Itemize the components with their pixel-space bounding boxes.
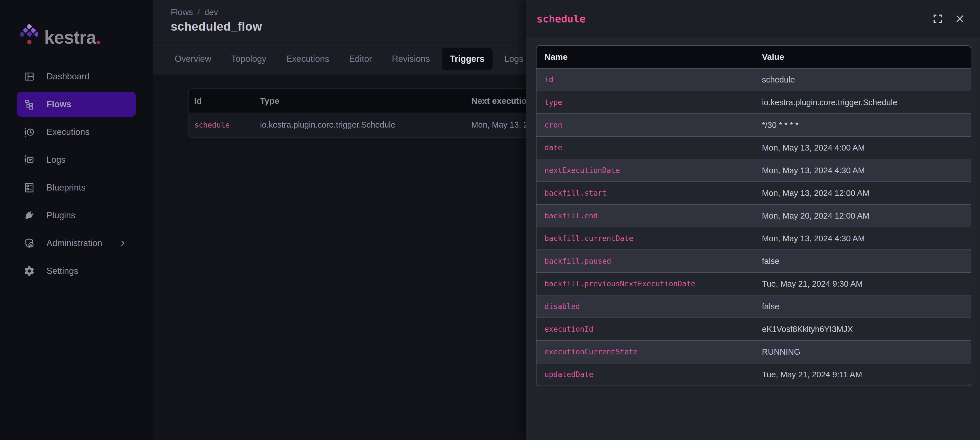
- drawer-table-row: cron*/30 * * * *: [536, 113, 970, 136]
- drawer: schedule Name Value idscheduletypeio.kes…: [526, 0, 980, 440]
- sidebar-item-label: Settings: [46, 266, 78, 276]
- drawer-title: schedule: [536, 13, 585, 25]
- property-value: false: [756, 302, 970, 311]
- property-value: Mon, May 13, 2024 12:00 AM: [756, 189, 970, 198]
- sidebar-nav: DashboardFlowsExecutionsLogsBlueprintsPl…: [0, 64, 153, 283]
- sidebar-item-flows[interactable]: Flows: [17, 92, 136, 117]
- trigger-type-cell: io.kestra.plugin.core.trigger.Schedule: [255, 120, 466, 130]
- sidebar-item-blueprints[interactable]: Blueprints: [17, 175, 136, 200]
- chevron-right-icon: [118, 238, 127, 248]
- drawer-table-row: backfill.pausedfalse: [536, 249, 970, 272]
- drawer-table-header: Name Value: [536, 46, 970, 68]
- drawer-table-row: disabledfalse: [536, 295, 970, 318]
- property-name: backfill.start: [536, 189, 756, 197]
- sidebar-item-logs[interactable]: Logs: [17, 148, 136, 172]
- property-name: backfill.currentDate: [536, 234, 756, 243]
- sidebar-item-label: Executions: [46, 127, 90, 137]
- property-name: id: [536, 75, 756, 84]
- property-value: */30 * * * *: [756, 121, 970, 130]
- property-value: Tue, May 21, 2024 9:30 AM: [756, 279, 970, 289]
- property-name: backfill.paused: [536, 257, 756, 265]
- executions-icon: [23, 126, 35, 138]
- property-value: RUNNING: [756, 347, 970, 357]
- drawer-table: Name Value idscheduletypeio.kestra.plugi…: [536, 45, 971, 386]
- drawer-header: schedule: [526, 0, 980, 37]
- property-value: Tue, May 21, 2024 9:11 AM: [756, 370, 970, 379]
- tab-executions[interactable]: Executions: [278, 48, 337, 70]
- property-value: Mon, May 13, 2024 4:30 AM: [756, 166, 970, 175]
- sidebar-item-administration[interactable]: Administration: [17, 231, 136, 256]
- property-name: type: [536, 98, 756, 106]
- kestra-logo[interactable]: kestra.: [0, 0, 153, 46]
- sidebar-item-label: Plugins: [46, 210, 75, 221]
- drawer-table-row: backfill.previousNextExecutionDateTue, M…: [536, 272, 970, 295]
- property-name: nextExecutionDate: [536, 166, 756, 175]
- tab-overview[interactable]: Overview: [167, 48, 219, 70]
- sidebar-item-plugins[interactable]: Plugins: [17, 203, 136, 228]
- property-value: Mon, May 13, 2024 4:00 AM: [756, 143, 970, 152]
- property-name: executionCurrentState: [536, 348, 756, 356]
- administration-icon: [23, 237, 35, 249]
- tab-editor[interactable]: Editor: [341, 48, 380, 70]
- sidebar-item-label: Flows: [46, 99, 72, 110]
- sidebar-item-label: Administration: [46, 238, 102, 248]
- close-icon[interactable]: [955, 13, 965, 24]
- property-name: date: [536, 143, 756, 152]
- drawer-table-row: dateMon, May 13, 2024 4:00 AM: [536, 136, 970, 159]
- property-value: io.kestra.plugin.core.trigger.Schedule: [756, 98, 970, 107]
- sidebar-item-executions[interactable]: Executions: [17, 120, 136, 145]
- drawer-table-row: typeio.kestra.plugin.core.trigger.Schedu…: [536, 91, 970, 113]
- tab-triggers[interactable]: Triggers: [442, 48, 492, 70]
- kestra-logo-icon: [21, 24, 38, 46]
- drawer-table-row: backfill.startMon, May 13, 2024 12:00 AM: [536, 181, 970, 204]
- drawer-body: Name Value idscheduletypeio.kestra.plugi…: [526, 37, 980, 386]
- column-header-id: Id: [189, 96, 255, 106]
- property-name: backfill.previousNextExecutionDate: [536, 280, 756, 288]
- blueprints-icon: [23, 182, 35, 194]
- dashboard-icon: [23, 71, 35, 83]
- property-name: updatedDate: [536, 370, 756, 379]
- drawer-table-row: executionIdeK1Vosf8Kkltyh6YI3MJX: [536, 318, 970, 340]
- sidebar: kestra. DashboardFlowsExecutionsLogsBlue…: [0, 0, 153, 440]
- expand-icon[interactable]: [932, 13, 943, 24]
- property-value: Mon, May 20, 2024 12:00 AM: [756, 211, 970, 221]
- sidebar-item-settings[interactable]: Settings: [17, 259, 136, 283]
- drawer-table-body: idscheduletypeio.kestra.plugin.core.trig…: [536, 68, 970, 386]
- drawer-table-row: idschedule: [536, 68, 970, 91]
- plugins-icon: [23, 210, 35, 221]
- property-value: eK1Vosf8Kkltyh6YI3MJX: [756, 325, 970, 334]
- drawer-table-row: updatedDateTue, May 21, 2024 9:11 AM: [536, 363, 970, 386]
- drawer-table-row: backfill.currentDateMon, May 13, 2024 4:…: [536, 227, 970, 249]
- column-header-value: Value: [756, 52, 970, 62]
- drawer-table-row: executionCurrentStateRUNNING: [536, 340, 970, 363]
- column-header-name: Name: [536, 52, 756, 62]
- property-value: schedule: [756, 75, 970, 84]
- property-name: disabled: [536, 302, 756, 311]
- breadcrumb-item-flows[interactable]: Flows: [171, 7, 193, 17]
- brand-dot: .: [96, 29, 101, 46]
- logs-icon: [23, 154, 35, 166]
- drawer-table-row: backfill.endMon, May 20, 2024 12:00 AM: [536, 204, 970, 227]
- flows-icon: [23, 98, 35, 110]
- sidebar-item-label: Dashboard: [46, 71, 90, 82]
- property-name: executionId: [536, 325, 756, 334]
- property-name: backfill.end: [536, 211, 756, 220]
- brand-name: kestra: [44, 29, 96, 46]
- trigger-id-link[interactable]: schedule: [189, 121, 255, 129]
- property-value: false: [756, 257, 970, 266]
- breadcrumb-item-dev[interactable]: dev: [204, 7, 218, 17]
- property-value: Mon, May 13, 2024 4:30 AM: [756, 234, 970, 243]
- property-name: cron: [536, 121, 756, 129]
- tab-revisions[interactable]: Revisions: [384, 48, 438, 70]
- breadcrumb-separator: /: [197, 7, 200, 17]
- tab-topology[interactable]: Topology: [223, 48, 274, 70]
- sidebar-item-label: Blueprints: [46, 183, 86, 193]
- drawer-table-row: nextExecutionDateMon, May 13, 2024 4:30 …: [536, 159, 970, 181]
- drawer-actions: [932, 13, 965, 24]
- sidebar-item-label: Logs: [46, 155, 65, 165]
- column-header-type: Type: [255, 96, 466, 106]
- settings-icon: [23, 265, 35, 277]
- sidebar-item-dashboard[interactable]: Dashboard: [17, 64, 136, 89]
